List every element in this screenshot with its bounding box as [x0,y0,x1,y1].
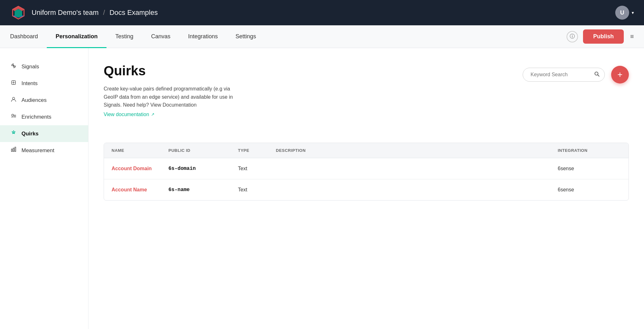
row-name-0[interactable]: Account Domain [112,166,168,171]
content-area: Quirks Create key-value pairs defined pr… [88,48,644,329]
enrichments-icon [10,113,17,121]
row-public-id-0: 6s-domain [168,166,238,171]
tab-settings[interactable]: Settings [227,26,265,48]
view-docs-label: View documentation [104,112,149,117]
view-docs-link[interactable]: View documentation ↗ [104,112,155,117]
col-header-integration: INTEGRATION [558,148,621,153]
add-new-button[interactable]: + [611,66,629,84]
svg-rect-19 [11,149,12,152]
search-icon-button[interactable] [594,71,600,78]
top-bar-left: Uniform Demo's team / Docs Examples [10,4,158,21]
nav-tabs: Dashboard Personalization Testing Canvas… [10,25,265,48]
tab-dashboard[interactable]: Dashboard [10,26,47,48]
external-link-icon: ↗ [151,112,155,117]
top-bar: Uniform Demo's team / Docs Examples U ▾ [0,0,644,25]
col-header-name: NAME [112,148,168,153]
user-avatar[interactable]: U [615,6,629,20]
row-name-1[interactable]: Account Name [112,187,168,193]
tab-canvas[interactable]: Canvas [142,26,179,48]
col-header-public-id: PUBLIC ID [168,148,238,153]
search-box [523,68,605,82]
sidebar-item-intents[interactable]: Intents [0,75,88,92]
tab-integrations[interactable]: Integrations [179,26,227,48]
svg-point-13 [12,114,14,116]
intents-icon [10,79,17,87]
signals-icon [10,63,17,71]
col-header-type: TYPE [238,148,276,153]
sidebar-label-signals: Signals [21,64,39,70]
tab-testing[interactable]: Testing [106,26,142,48]
sidebar-item-audiences[interactable]: Audiences [0,92,88,109]
svg-point-18 [13,132,14,133]
content-top-right: + [523,66,629,84]
sidebar-item-quirks[interactable]: Quirks [0,125,88,142]
nav-right-actions: ⓘ Publish ≡ [567,29,634,44]
measurement-icon [10,146,17,154]
search-input[interactable] [523,68,605,82]
top-bar-right: U ▾ [615,6,634,20]
col-header-description: DESCRIPTION [276,148,558,153]
sidebar-label-measurement: Measurement [21,147,54,154]
avatar-dropdown-chevron[interactable]: ▾ [632,10,634,15]
page-title: Quirks [104,63,523,78]
info-button[interactable]: ⓘ [567,31,578,42]
search-icon [594,71,600,77]
row-public-id-1: 6s-name [168,187,238,193]
sidebar-item-enrichments[interactable]: Enrichments [0,109,88,125]
secondary-nav: Dashboard Personalization Testing Canvas… [0,25,644,48]
tab-personalization[interactable]: Personalization [47,26,106,48]
main-content: Signals Intents [0,48,644,329]
app-logo[interactable] [10,4,27,21]
svg-point-12 [13,97,15,100]
svg-point-5 [13,65,15,67]
sidebar-label-quirks: Quirks [21,131,39,137]
row-integration-0: 6sense [558,166,621,171]
sidebar-item-signals[interactable]: Signals [0,58,88,75]
separator: / [103,9,107,16]
sidebar-item-measurement[interactable]: Measurement [0,142,88,159]
page-description: Create key-value pairs defined programma… [104,85,293,109]
svg-point-7 [13,82,14,83]
sidebar-label-intents: Intents [21,80,38,87]
quirks-icon [10,130,17,138]
sidebar-label-enrichments: Enrichments [21,114,51,120]
content-top: Quirks Create key-value pairs defined pr… [104,63,629,130]
content-top-left: Quirks Create key-value pairs defined pr… [104,63,523,130]
svg-rect-20 [13,148,14,152]
audiences-icon [10,96,17,104]
team-title: Uniform Demo's team / Docs Examples [32,9,158,17]
table-row: Account Name 6s-name Text 6sense [104,179,629,200]
table-header: NAME PUBLIC ID TYPE DESCRIPTION INTEGRAT… [104,143,629,158]
sidebar: Signals Intents [0,48,88,329]
row-type-0: Text [238,166,276,171]
svg-line-23 [598,75,599,76]
row-type-1: Text [238,187,276,193]
sidebar-label-audiences: Audiences [21,97,46,103]
quirks-table: NAME PUBLIC ID TYPE DESCRIPTION INTEGRAT… [104,143,629,201]
add-icon: + [617,70,623,80]
svg-rect-21 [15,147,16,152]
table-row: Account Domain 6s-domain Text 6sense [104,158,629,179]
more-menu-icon[interactable]: ≡ [630,33,634,40]
publish-button[interactable]: Publish [583,29,624,44]
row-integration-1: 6sense [558,187,621,193]
